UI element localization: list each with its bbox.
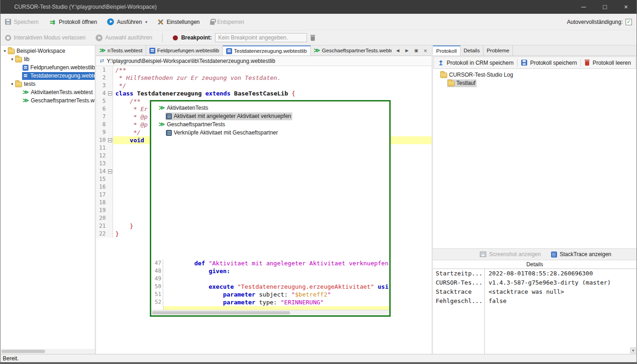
autocomplete-checkbox-icon[interactable]: ✓: [626, 19, 632, 25]
tree-item-label: AktivitaetenTests.webtest: [31, 89, 93, 95]
popup-highlight-strip: [151, 306, 389, 310]
fold-collapse-icon[interactable]: [108, 91, 112, 95]
tree-item-testlauf[interactable]: Testlauf: [433, 79, 637, 87]
code-token: parameter: [223, 291, 255, 298]
tab-feldpruefungen-webtestlib[interactable]: Feldpruefungen.webtestlib: [146, 45, 223, 56]
line-number: 51: [151, 291, 163, 298]
tree-item-content: tests: [15, 80, 95, 88]
fold-marker: [107, 136, 113, 144]
line-number: 18: [96, 199, 107, 207]
code-token: parameter: [223, 299, 255, 306]
fold-gutter: [107, 183, 113, 191]
autocomplete-toggle[interactable]: Autovervollständigung: ✓: [567, 19, 632, 25]
code-token: extends: [205, 90, 231, 97]
expand-arrow-icon[interactable]: ▾: [10, 57, 15, 62]
code-token: $betreff2: [295, 291, 327, 298]
tree-item-testdatenerzeugung-webtestlib[interactable]: Testdatenerzeugung.webtestlib: [0, 72, 95, 80]
maximize-button[interactable]: □: [594, 0, 615, 14]
tree-item-label: AktivitaetenTests: [167, 105, 208, 111]
code-token: subject:: [256, 291, 291, 298]
open-protocol-button[interactable]: Protokoll öffnen: [49, 19, 97, 25]
code-token: type:: [256, 299, 281, 306]
tab-label: Details: [464, 48, 480, 53]
tree-item-geschaeftspartnertests[interactable]: GeschaeftspartnerTests: [151, 120, 389, 129]
tree-item-cursor-test-studio-log[interactable]: CURSOR-Test-Studio Log: [433, 71, 637, 79]
tab-scroll-left-button[interactable]: ◀: [394, 47, 402, 55]
sidebar-horizontal-scrollbar[interactable]: [0, 349, 95, 354]
tree-item-beispiel-workspace[interactable]: ▾Beispiel-Workspace: [0, 47, 95, 55]
details-value: v1.4.3-587-g75e96e3-dirty (master): [484, 278, 611, 287]
expand-arrow-icon[interactable]: ▾: [10, 82, 15, 86]
tree-item-content: AktivitaetenTests: [158, 104, 210, 112]
webtest-icon: [99, 47, 106, 54]
folder-icon: [15, 57, 22, 62]
tab-scroll-right-button[interactable]: ▶: [403, 47, 411, 55]
file-path-icon: ⇄: [100, 58, 104, 64]
tree-item-aktivitaet-mit-angelegeter-aktivitaet-verknuepfen[interactable]: Aktivitaet mit angelegeter Aktivitaet ve…: [151, 112, 389, 120]
autocomplete-label: Autovervollständigung:: [567, 19, 623, 25]
tree-item-aktivitaetentests[interactable]: AktivitaetenTests: [151, 104, 389, 112]
protokoll-leeren-button[interactable]: Protokoll leeren: [585, 60, 631, 66]
lock-icon: [210, 21, 215, 25]
tree-item-tests[interactable]: ▾tests: [0, 80, 95, 88]
webtest-icon: [159, 121, 165, 128]
breakpoint-input[interactable]: [215, 33, 307, 42]
tab-close-button[interactable]: ×: [421, 47, 429, 55]
fold-collapse-icon[interactable]: [108, 169, 112, 174]
fold-collapse-icon[interactable]: [108, 138, 112, 142]
tab-ntests-webtest[interactable]: nTests.webtest: [96, 45, 146, 56]
title-bar[interactable]: CURSOR-Test-Studio (Y:\playground\Beispi…: [0, 0, 637, 14]
code-text: class Testdatenerzeugung extends BaseTes…: [113, 90, 432, 97]
leave-interactive-mode-button[interactable]: Interaktiven Modus verlassen: [5, 34, 85, 41]
tree-item-aktivitaetentests-webtest[interactable]: AktivitaetenTests.webtest: [0, 88, 95, 96]
tree-item-content: Beispiel-Workspace: [7, 47, 95, 55]
tab-testdatenerzeugung-webtestlib[interactable]: Testdatenerzeugung.webtestlib: [223, 45, 311, 56]
settings-button[interactable]: Einstellungen: [157, 19, 199, 25]
breakpoint-group: Breakpoint:: [173, 33, 315, 42]
tab-probleme[interactable]: Probleme: [483, 45, 513, 56]
sidebar-scrollbar-thumb[interactable]: [1, 350, 45, 353]
stacktrace-icon: [551, 252, 557, 258]
line-number: 6: [96, 105, 107, 113]
protokoll-in-crm-speichern-button[interactable]: Protokoll in CRM speichern: [438, 60, 513, 66]
fold-gutter: [107, 199, 113, 207]
code-token: given:: [209, 268, 230, 274]
tab-details[interactable]: Details: [461, 45, 483, 56]
show-screenshot-button[interactable]: Screenshot anzeigen: [480, 251, 541, 258]
tree-item-geschaeftspartnertests-webtest[interactable]: GeschaeftspartnerTests.webtest: [0, 96, 95, 105]
fold-gutter: [107, 129, 113, 136]
line-number: 12: [96, 152, 107, 160]
run-dropdown-caret-icon[interactable]: ▾: [145, 20, 148, 24]
close-button[interactable]: ×: [615, 0, 637, 14]
fold-gutter: [107, 144, 113, 152]
popup-horizontal-scrollbar[interactable]: [151, 310, 389, 315]
tree-item-verkn-pfe-aktivitaet-mit-geschaeftspartner[interactable]: Verknüpfe Aktivitaet mit Geschaeftspartn…: [151, 129, 389, 137]
run-button[interactable]: Ausführen ▾: [107, 18, 147, 25]
fold-gutter: [107, 222, 113, 230]
save-button[interactable]: Speichern: [5, 19, 39, 25]
tab-protokoll[interactable]: Protokoll: [433, 45, 461, 56]
code-token: [165, 283, 209, 290]
tab-geschaeftspartnertests-webtest[interactable]: GeschaeftspartnerTests.webtest: [311, 45, 392, 56]
show-stacktrace-button[interactable]: StackTrace anzeigen: [551, 251, 611, 258]
tab-maximize-button[interactable]: ▣: [412, 47, 420, 55]
minimize-button[interactable]: ─: [573, 0, 594, 14]
tree-item-lib[interactable]: ▾lib: [0, 55, 95, 63]
protokoll-speichern-button[interactable]: Protokoll speichern: [521, 60, 577, 66]
line-number: 20: [96, 214, 107, 222]
fold-gutter: [107, 74, 113, 82]
unlock-button[interactable]: Entsperren: [210, 19, 245, 25]
details-scroll-down-button[interactable]: ▼: [630, 347, 636, 353]
tree-item-feldpruefungen-webtestlib[interactable]: Feldpruefungen.webtestlib: [0, 63, 95, 72]
tab-label: Testdatenerzeugung.webtestlib: [234, 48, 307, 54]
tree-item-label: Testdatenerzeugung.webtestlib: [30, 73, 95, 79]
expand-arrow-icon[interactable]: ▾: [2, 49, 7, 53]
line-number: 17: [96, 191, 107, 199]
protocol-panel: ProtokollDetailsProbleme Protokoll in CR…: [433, 45, 637, 354]
code-line-51: 51 parameter subject: "$betreff2": [151, 291, 389, 298]
fold-gutter: [107, 97, 113, 105]
window-controls: ─ □ ×: [573, 0, 637, 14]
run-selection-button[interactable]: Auswahl ausführen: [96, 34, 152, 41]
popup-scrollbar-thumb[interactable]: [152, 311, 290, 314]
clear-breakpoint-trash-icon[interactable]: [310, 35, 315, 41]
